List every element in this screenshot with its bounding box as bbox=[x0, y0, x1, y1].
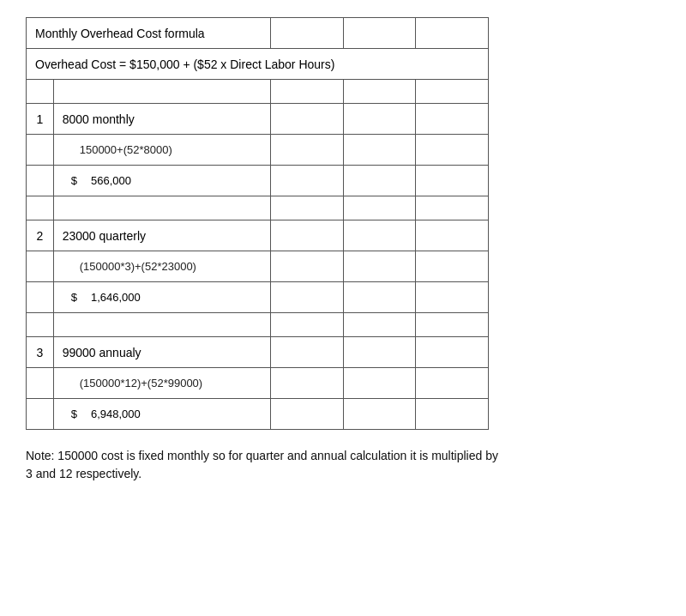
data-row-3-calc: (150000*12)+(52*99000) bbox=[27, 368, 489, 399]
row-3-calculation: (150000*12)+(52*99000) bbox=[53, 368, 271, 399]
row-2-result: $ 1,646,000 bbox=[53, 282, 271, 313]
row-1-number: 1 bbox=[27, 104, 54, 135]
header-row: Monthly Overhead Cost formula bbox=[27, 18, 489, 49]
row-2-number: 2 bbox=[27, 220, 54, 251]
data-row-2-label: 2 23000 quarterly bbox=[27, 220, 489, 251]
formula-row: Overhead Cost = $150,000 + ($52 x Direct… bbox=[27, 49, 489, 80]
empty-row-3 bbox=[27, 313, 489, 337]
empty-row-1 bbox=[27, 80, 489, 104]
header-col4 bbox=[343, 18, 416, 49]
row-1-dollar: $ bbox=[71, 174, 77, 187]
row-3-number: 3 bbox=[27, 337, 54, 368]
empty-row-2 bbox=[27, 196, 489, 220]
data-row-1-result: $ 566,000 bbox=[27, 166, 489, 196]
formula-text: Overhead Cost = $150,000 + ($52 x Direct… bbox=[27, 49, 489, 80]
data-row-1-label: 1 8000 monthly bbox=[27, 104, 489, 135]
row-2-calculation: (150000*3)+(52*23000) bbox=[53, 251, 271, 282]
data-row-3-result: $ 6,948,000 bbox=[27, 399, 489, 430]
row-1-col3 bbox=[271, 104, 344, 135]
row-1-col4 bbox=[343, 104, 416, 135]
header-col5 bbox=[416, 18, 489, 49]
table-title: Monthly Overhead Cost formula bbox=[27, 18, 271, 49]
data-row-1-calc: 150000+(52*8000) bbox=[27, 135, 489, 166]
row-1-value: 566,000 bbox=[91, 174, 131, 187]
row-2-label: 23000 quarterly bbox=[53, 220, 271, 251]
row-2-value: 1,646,000 bbox=[91, 291, 141, 304]
overhead-cost-table: Monthly Overhead Cost formula Overhead C… bbox=[26, 17, 489, 430]
note-text: Note: 150000 cost is fixed monthly so fo… bbox=[26, 447, 506, 483]
row-3-label: 99000 annualy bbox=[53, 337, 271, 368]
row-1-result: $ 566,000 bbox=[53, 166, 271, 196]
row-3-result: $ 6,948,000 bbox=[53, 399, 271, 430]
data-row-3-label: 3 99000 annualy bbox=[27, 337, 489, 368]
header-col3 bbox=[271, 18, 344, 49]
row-1-label: 8000 monthly bbox=[53, 104, 271, 135]
row-3-value: 6,948,000 bbox=[91, 408, 141, 420]
row-1-calculation: 150000+(52*8000) bbox=[53, 135, 271, 166]
data-row-2-result: $ 1,646,000 bbox=[27, 282, 489, 313]
data-row-2-calc: (150000*3)+(52*23000) bbox=[27, 251, 489, 282]
row-1-col5 bbox=[416, 104, 489, 135]
row-3-dollar: $ bbox=[71, 408, 77, 420]
row-2-dollar: $ bbox=[71, 291, 77, 304]
page-container: Monthly Overhead Cost formula Overhead C… bbox=[9, 9, 677, 492]
